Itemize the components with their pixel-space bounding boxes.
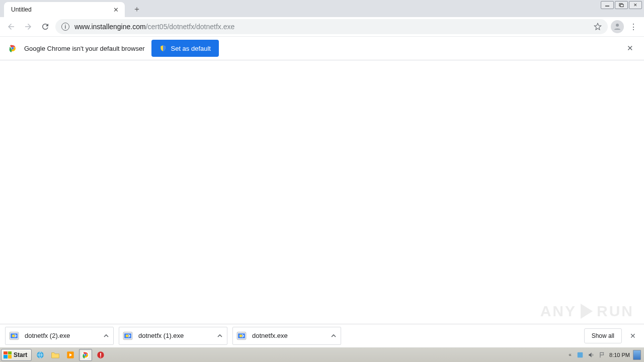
infobar-message: Google Chrome isn't your default browser [24, 45, 144, 52]
tray-volume-icon[interactable] [587, 351, 595, 359]
start-label: Start [14, 351, 27, 358]
close-tab-icon[interactable]: ✕ [112, 6, 120, 14]
bookmark-star-icon[interactable] [594, 23, 602, 31]
chevron-up-icon[interactable] [103, 333, 109, 339]
start-button[interactable]: Start [1, 349, 32, 361]
chevron-up-icon[interactable] [217, 333, 223, 339]
download-filename: dotnetfx.exe [252, 332, 326, 339]
reload-button[interactable] [38, 20, 52, 34]
forward-button[interactable] [21, 20, 35, 34]
browser-toolbar: i www.installengine.com/cert05/dotnetfx/… [0, 17, 644, 36]
url-text: www.installengine.com/cert05/dotnetfx/do… [74, 23, 234, 31]
profile-avatar-button[interactable] [611, 20, 624, 33]
svg-rect-22 [100, 356, 101, 357]
address-bar[interactable]: i www.installengine.com/cert05/dotnetfx/… [55, 19, 608, 34]
default-browser-infobar: Google Chrome isn't your default browser… [0, 36, 644, 60]
installer-file-icon [9, 330, 20, 341]
back-button[interactable] [4, 20, 18, 34]
watermark: ANY RUN [540, 303, 634, 320]
taskbar-chrome-icon[interactable] [79, 349, 92, 361]
download-item[interactable]: dotnetfx (2).exe [5, 327, 114, 345]
close-download-shelf-icon[interactable]: ✕ [627, 330, 639, 342]
tray-expand-icon[interactable]: « [567, 351, 573, 359]
close-window-button[interactable]: ✕ [629, 1, 642, 9]
tab-title: Untitled [11, 6, 112, 13]
chrome-menu-button[interactable]: ⋮ [627, 20, 640, 33]
taskbar-media-icon[interactable] [64, 349, 77, 361]
svg-point-3 [616, 24, 619, 27]
svg-point-19 [85, 353, 87, 355]
set-default-label: Set as default [171, 45, 211, 52]
svg-rect-23 [578, 352, 583, 357]
window-controls: ✕ [601, 1, 642, 9]
svg-point-15 [239, 334, 243, 337]
windows-flag-icon [4, 351, 12, 358]
taskbar-explorer-icon[interactable] [49, 349, 62, 361]
taskbar-ie-icon[interactable] [34, 349, 47, 361]
chevron-up-icon[interactable] [331, 333, 337, 339]
download-shelf: dotnetfx (2).exe dotnetfx (1).exe dotnet… [0, 324, 644, 347]
show-all-downloads-button[interactable]: Show all [584, 328, 622, 343]
set-default-button[interactable]: Set as default [151, 40, 219, 57]
svg-rect-21 [100, 353, 101, 356]
download-filename: dotnetfx (2).exe [25, 332, 98, 339]
system-tray: « 8:10 PM [567, 350, 643, 360]
svg-rect-2 [620, 5, 623, 7]
installer-file-icon [236, 330, 247, 341]
windows-taskbar: Start « 8:10 PM [0, 347, 644, 362]
chrome-logo-icon [8, 44, 17, 53]
site-info-icon[interactable]: i [61, 23, 69, 31]
play-icon [581, 304, 593, 319]
tray-flag-icon[interactable] [598, 351, 606, 359]
new-tab-button[interactable]: ＋ [130, 2, 144, 16]
browser-tab[interactable]: Untitled ✕ [4, 2, 125, 17]
download-item[interactable]: dotnetfx (1).exe [119, 327, 227, 345]
svg-point-6 [12, 47, 14, 49]
maximize-button[interactable] [615, 1, 628, 9]
installer-file-icon [122, 330, 133, 341]
tray-security-icon[interactable] [576, 351, 584, 359]
taskbar-clock[interactable]: 8:10 PM [609, 352, 630, 358]
tab-strip: Untitled ✕ ＋ ✕ [0, 0, 644, 17]
page-content: ANY RUN [0, 60, 644, 324]
download-filename: dotnetfx (1).exe [138, 332, 212, 339]
show-desktop-button[interactable] [633, 350, 641, 360]
minimize-button[interactable] [601, 1, 614, 9]
shield-icon [159, 45, 167, 52]
svg-point-9 [12, 334, 15, 337]
download-item[interactable]: dotnetfx.exe [232, 327, 341, 345]
taskbar-app-icon[interactable] [94, 349, 107, 361]
infobar-close-icon[interactable]: ✕ [624, 42, 636, 54]
svg-point-12 [126, 334, 129, 337]
